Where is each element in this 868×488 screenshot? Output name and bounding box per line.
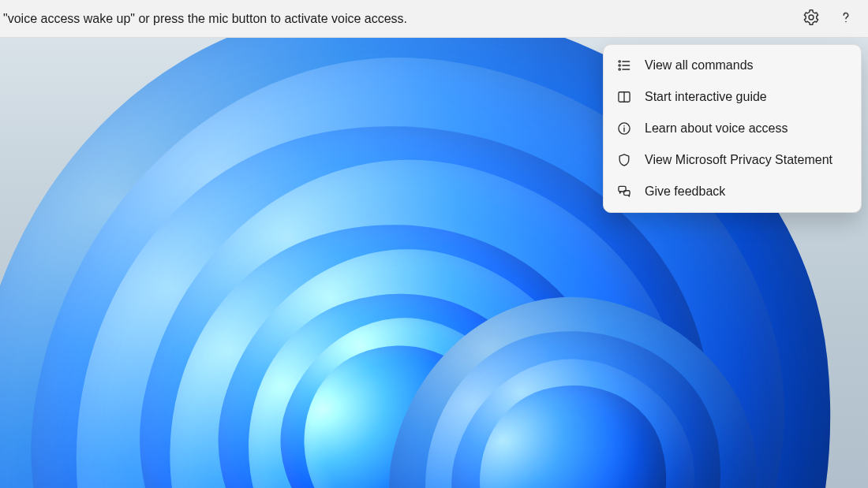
menu-item-privacy-statement[interactable]: View Microsoft Privacy Statement [607, 144, 858, 176]
help-flyout-menu: View all commands Start interactive guid… [603, 44, 862, 213]
feedback-icon [616, 184, 632, 199]
svg-point-4 [619, 69, 620, 70]
svg-point-0 [809, 15, 814, 20]
info-icon [616, 121, 632, 136]
svg-point-3 [619, 65, 620, 66]
interactive-guide-icon [616, 89, 632, 105]
menu-item-label: View all commands [645, 58, 848, 73]
view-all-commands-icon [616, 58, 632, 73]
help-button[interactable] [830, 3, 862, 35]
svg-point-2 [619, 61, 620, 62]
menu-item-label: Learn about voice access [645, 121, 848, 136]
voice-access-hint-text: "voice access wake up" or press the mic … [3, 12, 795, 26]
shield-icon [616, 152, 632, 168]
menu-item-label: View Microsoft Privacy Statement [645, 153, 848, 167]
menu-item-label: Start interactive guide [645, 90, 848, 104]
wallpaper-bloom-small [391, 298, 754, 488]
settings-button[interactable] [795, 3, 827, 35]
svg-point-12 [623, 125, 625, 127]
menu-item-interactive-guide[interactable]: Start interactive guide [607, 81, 858, 113]
gear-icon [803, 9, 820, 29]
menu-item-view-all-commands[interactable]: View all commands [607, 50, 858, 81]
question-mark-icon [837, 9, 855, 29]
svg-point-1 [845, 20, 847, 22]
topbar-icon-group [795, 3, 862, 35]
menu-item-label: Give feedback [645, 184, 848, 199]
menu-item-give-feedback[interactable]: Give feedback [607, 176, 858, 207]
menu-item-learn-about[interactable]: Learn about voice access [607, 113, 858, 144]
voice-access-topbar: "voice access wake up" or press the mic … [0, 0, 868, 38]
